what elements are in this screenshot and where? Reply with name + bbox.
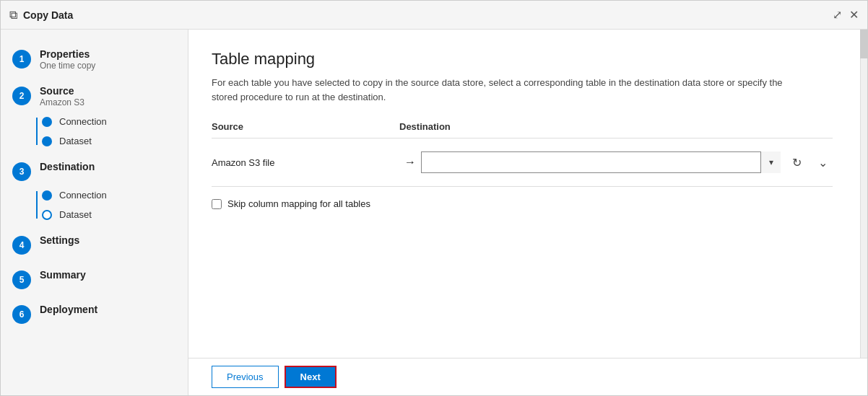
destination-sub-items: Connection Dataset bbox=[1, 185, 188, 224]
dest-connection-label: Connection bbox=[59, 190, 107, 201]
panel-footer: Previous Next bbox=[188, 358, 867, 395]
destination-cell: ▾ ↻ ⌄ bbox=[421, 151, 833, 173]
refresh-button[interactable]: ↻ bbox=[786, 152, 807, 172]
step-4-text: Settings bbox=[40, 234, 79, 246]
destination-column-header: Destination bbox=[399, 121, 833, 132]
sidebar-item-source[interactable]: 2 Source Amazon S3 bbox=[1, 78, 188, 115]
step-3-label: Destination bbox=[40, 161, 95, 172]
source-dataset-dot bbox=[42, 136, 52, 146]
step-5-text: Summary bbox=[40, 269, 86, 281]
title-bar: ⧉ Copy Data ⤢ ✕ bbox=[1, 1, 867, 30]
skip-column-mapping-checkbox[interactable] bbox=[212, 199, 222, 209]
expand-row-button[interactable]: ⌄ bbox=[812, 152, 833, 172]
step-6-text: Deployment bbox=[40, 304, 97, 315]
scrollbar-track[interactable] bbox=[860, 30, 867, 358]
step-5-circle: 5 bbox=[12, 270, 31, 289]
arrow-right-icon: → bbox=[399, 156, 421, 169]
step-4-circle: 4 bbox=[12, 236, 31, 255]
source-sub-items: Connection Dataset bbox=[1, 112, 188, 151]
scrollbar-thumb[interactable] bbox=[860, 30, 867, 58]
step-3-circle: 3 bbox=[12, 162, 31, 181]
sidebar: 1 Properties One time copy 2 Source Amaz… bbox=[1, 30, 188, 395]
sidebar-item-properties[interactable]: 1 Properties One time copy bbox=[1, 41, 188, 78]
source-column-header: Source bbox=[212, 121, 399, 132]
dest-connection-dot bbox=[42, 190, 52, 201]
step-2-text: Source Amazon S3 bbox=[40, 85, 84, 107]
sidebar-item-summary[interactable]: 5 Summary bbox=[1, 262, 188, 296]
right-panel: Table mapping For each table you have se… bbox=[188, 30, 867, 395]
mapping-table-header: Source Destination bbox=[212, 121, 833, 138]
previous-button[interactable]: Previous bbox=[212, 366, 279, 388]
sidebar-sub-item-source-connection[interactable]: Connection bbox=[32, 112, 188, 131]
sidebar-sub-item-dest-connection[interactable]: Connection bbox=[32, 185, 188, 205]
sidebar-item-deployment[interactable]: 6 Deployment bbox=[1, 296, 188, 331]
destination-dropdown-wrapper[interactable]: ▾ bbox=[421, 151, 781, 173]
destination-dropdown[interactable] bbox=[421, 151, 781, 173]
source-dataset-label: Dataset bbox=[59, 136, 92, 146]
main-content: 1 Properties One time copy 2 Source Amaz… bbox=[1, 30, 867, 395]
panel-body: Table mapping For each table you have se… bbox=[188, 30, 867, 358]
next-button[interactable]: Next bbox=[285, 366, 337, 388]
step-3-text: Destination bbox=[40, 161, 95, 172]
skip-section: Skip column mapping for all tables bbox=[212, 198, 844, 209]
copy-data-icon: ⧉ bbox=[9, 9, 17, 22]
step-4-label: Settings bbox=[40, 234, 79, 246]
mapping-row: Amazon S3 file → ▾ ↻ ⌄ bbox=[212, 144, 833, 180]
dest-dataset-label: Dataset bbox=[59, 209, 92, 220]
skip-column-mapping-label: Skip column mapping for all tables bbox=[227, 198, 370, 209]
sidebar-item-settings[interactable]: 4 Settings bbox=[1, 227, 188, 262]
main-window: ⧉ Copy Data ⤢ ✕ 1 Properties One time co… bbox=[0, 0, 868, 396]
page-title: Table mapping bbox=[212, 50, 844, 69]
mapping-separator bbox=[212, 186, 833, 187]
mapping-table: Source Destination Amazon S3 file → bbox=[212, 121, 833, 180]
step-1-circle: 1 bbox=[12, 50, 31, 69]
step-6-label: Deployment bbox=[40, 304, 97, 315]
title-bar-controls: ⤢ ✕ bbox=[833, 8, 859, 22]
step-1-text: Properties One time copy bbox=[40, 48, 95, 71]
page-description: For each table you have selected to copy… bbox=[212, 76, 804, 104]
step-1-label: Properties bbox=[40, 48, 95, 60]
sidebar-sub-item-source-dataset[interactable]: Dataset bbox=[32, 131, 188, 151]
sidebar-item-destination[interactable]: 3 Destination bbox=[1, 154, 188, 188]
close-icon[interactable]: ✕ bbox=[849, 8, 859, 22]
source-connection-dot bbox=[42, 117, 52, 127]
step-5-label: Summary bbox=[40, 269, 86, 281]
window-title: Copy Data bbox=[23, 9, 73, 21]
step-1-sublabel: One time copy bbox=[40, 61, 95, 71]
title-bar-left: ⧉ Copy Data bbox=[9, 9, 73, 22]
source-connection-label: Connection bbox=[59, 116, 107, 127]
step-2-label: Source bbox=[40, 85, 84, 97]
step-2-sublabel: Amazon S3 bbox=[40, 97, 84, 107]
source-cell: Amazon S3 file bbox=[212, 157, 399, 168]
dest-dataset-dot bbox=[42, 210, 52, 220]
sidebar-sub-item-dest-dataset[interactable]: Dataset bbox=[32, 205, 188, 224]
maximize-icon[interactable]: ⤢ bbox=[833, 8, 842, 22]
step-6-circle: 6 bbox=[12, 305, 31, 324]
step-2-circle: 2 bbox=[12, 87, 31, 105]
